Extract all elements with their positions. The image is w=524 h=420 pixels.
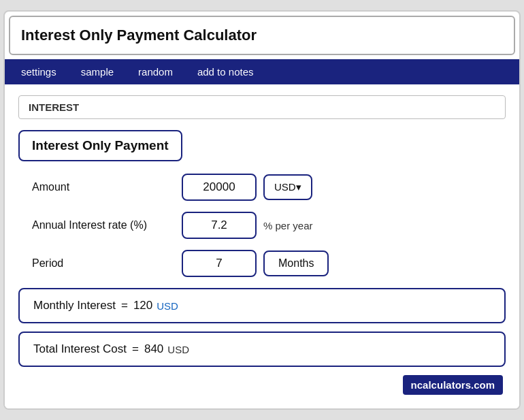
period-input[interactable] bbox=[182, 250, 257, 277]
amount-input[interactable] bbox=[182, 174, 257, 201]
total-interest-eq: = bbox=[132, 342, 139, 356]
monthly-interest-label: Monthly Interest bbox=[33, 299, 116, 312]
tab-random[interactable]: random bbox=[126, 59, 185, 84]
amount-label: Amount bbox=[32, 181, 182, 193]
amount-row: Amount USD▾ bbox=[18, 174, 506, 201]
section-label: INTEREST bbox=[18, 95, 506, 119]
monthly-interest-value: 120 bbox=[133, 299, 152, 312]
result-header: Interest Only Payment bbox=[18, 130, 182, 161]
interest-rate-suffix: % per year bbox=[263, 220, 313, 231]
monthly-interest-currency: USD bbox=[157, 300, 178, 312]
currency-label: USD bbox=[274, 181, 296, 193]
calculator-title: Interest Only Payment Calculator bbox=[9, 16, 515, 55]
period-row: Period Months bbox=[18, 250, 506, 277]
brand-badge: ncalculators.com bbox=[403, 375, 503, 395]
total-interest-result: Total Interest Cost = 840 USD bbox=[18, 332, 506, 367]
tab-bar: settings sample random add to notes bbox=[5, 59, 519, 84]
total-interest-label: Total Interest Cost bbox=[33, 342, 127, 356]
total-interest-currency: USD bbox=[167, 344, 189, 355]
interest-rate-label: Annual Interest rate (%) bbox=[32, 219, 182, 231]
period-unit-button[interactable]: Months bbox=[263, 251, 329, 276]
total-interest-value: 840 bbox=[144, 342, 163, 356]
tab-settings[interactable]: settings bbox=[9, 59, 69, 84]
interest-rate-input[interactable] bbox=[182, 212, 257, 239]
monthly-interest-eq: = bbox=[121, 299, 128, 312]
currency-button[interactable]: USD▾ bbox=[263, 174, 312, 200]
tab-add-to-notes[interactable]: add to notes bbox=[185, 59, 266, 84]
monthly-interest-result: Monthly Interest = 120 USD bbox=[18, 288, 506, 323]
footer-brand-area: ncalculators.com bbox=[18, 375, 506, 395]
interest-rate-row: Annual Interest rate (%) % per year bbox=[18, 212, 506, 239]
main-content: INTEREST Interest Only Payment Amount US… bbox=[5, 84, 519, 408]
tab-sample[interactable]: sample bbox=[69, 59, 126, 84]
currency-arrow: ▾ bbox=[296, 181, 301, 193]
calculator-container: Interest Only Payment Calculator setting… bbox=[3, 10, 521, 410]
period-label: Period bbox=[32, 257, 182, 270]
